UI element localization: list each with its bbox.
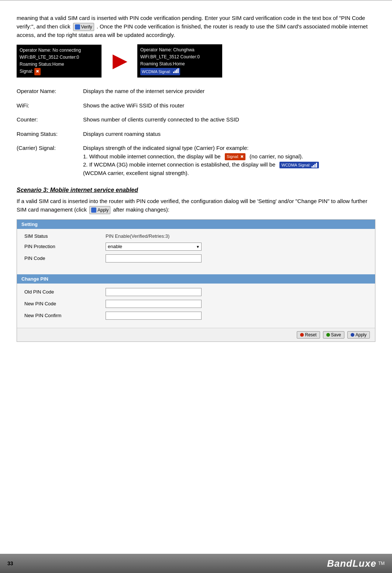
old-pin-label: Old PIN Code: [24, 289, 106, 295]
scenario3-text-part2: after making changes):: [113, 206, 169, 213]
pin-code-row: PIN Code: [24, 254, 368, 263]
save-icon: [326, 333, 330, 337]
status-after-wifi: WiFi:BR_LTE_3512 Counter:0: [140, 54, 219, 61]
def-term-signal: (Carrier) Signal:: [17, 141, 83, 180]
status-before-box: Operator Name: No connecting WiFi:BR_LTE…: [17, 45, 102, 78]
section-gap: [17, 271, 375, 274]
brand-tm: TM: [378, 561, 385, 566]
def-row-counter: Counter: Shows number of clients current…: [17, 113, 375, 127]
new-pin-row: New PIN Code: [24, 300, 368, 308]
setting-section-body: SIM Status PIN Enable(Verified/Retries:3…: [17, 229, 375, 271]
brand-logo: BandLuxe TM: [327, 558, 385, 569]
signal-bars: [173, 68, 179, 73]
reset-label: Reset: [305, 332, 316, 337]
new-pin-confirm-label: New PIN Confirm: [24, 313, 106, 318]
def-term-operator: Operator Name:: [17, 84, 83, 99]
pin-code-input[interactable]: [106, 254, 202, 263]
old-pin-row: Old PIN Code: [24, 288, 368, 296]
apply-icon: [91, 207, 96, 213]
sim-status-row: SIM Status PIN Enable(Verified/Retries:3…: [24, 233, 368, 239]
pin-protection-select[interactable]: enable disable: [106, 243, 202, 251]
save-label: Save: [331, 332, 341, 337]
status-before-operator: Operator Name: No connecting: [20, 47, 99, 54]
dialog-footer: Reset Save Apply: [17, 328, 375, 342]
verify-button-inline: Verify: [73, 23, 94, 31]
changepin-section-body: Old PIN Code New PIN Code New PIN Confir…: [17, 284, 375, 328]
status-before-wifi: WiFi:BR_LTE_3512 Counter:0: [20, 54, 99, 61]
def-row-operator: Operator Name: Displays the name of the …: [17, 84, 375, 99]
def-term-roaming: Roaming Status:: [17, 127, 83, 141]
verify-icon: [75, 24, 80, 30]
def-row-wifi: WiFi: Shows the active WiFi SSID of this…: [17, 99, 375, 113]
scenario3-text-part1: If a valid SIM card is inserted into the…: [17, 198, 367, 213]
signal-bars-example: [312, 163, 317, 168]
apply-label-inline: Apply: [97, 207, 109, 213]
setting-section-header: Setting: [17, 220, 375, 229]
status-comparison: Operator Name: No connecting WiFi:BR_LTE…: [17, 44, 375, 78]
apply-btn-icon: [351, 333, 354, 337]
new-pin-confirm-input[interactable]: [106, 312, 202, 320]
status-after-signal: WCDMA Signal:: [140, 68, 219, 76]
reset-icon: [300, 333, 304, 337]
pin-protection-select-wrapper[interactable]: enable disable: [106, 243, 202, 251]
def-desc-signal: Displays strength of the indicated signa…: [83, 141, 375, 180]
changepin-section-title: Change PIN: [21, 276, 48, 282]
signal-no-example: Signal: ✖: [225, 153, 245, 160]
apply-button[interactable]: Apply: [347, 331, 370, 339]
status-after-operator: Operator Name: Chunghwa: [140, 47, 219, 54]
scenario3-heading: Scenario 3: Mobile internet service enab…: [17, 187, 375, 193]
apply-button-inline: Apply: [89, 206, 110, 214]
def-desc-wifi: Shows the active WiFi SSID of this route…: [83, 99, 375, 113]
pin-protection-row: PIN Protection enable disable: [24, 243, 368, 251]
def-row-signal: (Carrier) Signal: Displays strength of t…: [17, 141, 375, 180]
signal-wcdma-example: WCDMA Signal:: [279, 162, 319, 169]
intro-paragraph: meaning that a valid SIM card is inserte…: [17, 14, 375, 39]
status-after-box: Operator Name: Chunghwa WiFi:BR_LTE_3512…: [137, 44, 222, 78]
status-after-roaming: Roaming Status:Home: [140, 61, 219, 68]
reset-button[interactable]: Reset: [297, 331, 320, 339]
bottom-bar: 33 BandLuxe TM: [0, 554, 392, 573]
old-pin-input[interactable]: [106, 288, 202, 296]
def-desc-counter: Shows number of clients currently connec…: [83, 113, 375, 127]
def-desc-operator: Displays the name of the internet servic…: [83, 84, 375, 99]
save-button[interactable]: Save: [323, 331, 344, 339]
status-before-roaming: Roaming Status:Home: [20, 61, 99, 68]
changepin-section-header: Change PIN: [17, 274, 375, 284]
page-number: 33: [7, 560, 13, 566]
signal-good-icon: WCDMA Signal:: [140, 68, 180, 76]
setting-section-title: Setting: [21, 222, 38, 227]
new-pin-label: New PIN Code: [24, 301, 106, 306]
pin-protection-label: PIN Protection: [24, 244, 106, 249]
signal-no-icon: ✖: [34, 68, 41, 75]
config-dialog: Setting SIM Status PIN Enable(Verified/R…: [17, 219, 375, 342]
apply-btn-label: Apply: [355, 332, 367, 337]
status-before-signal: Signal: ✖: [20, 68, 99, 75]
def-term-wifi: WiFi:: [17, 99, 83, 113]
sim-status-label: SIM Status: [24, 233, 106, 239]
arrow-right-icon: ▶: [113, 52, 126, 70]
def-term-counter: Counter:: [17, 113, 83, 127]
sim-status-value: PIN Enable(Verified/Retries:3): [106, 233, 169, 239]
definitions-table: Operator Name: Displays the name of the …: [17, 84, 375, 180]
def-desc-roaming: Displays current roaming status: [83, 127, 375, 141]
brand-name: BandLuxe: [327, 558, 376, 569]
new-pin-input[interactable]: [106, 300, 202, 308]
scenario3-text: If a valid SIM card is inserted into the…: [17, 197, 375, 214]
pin-code-label: PIN Code: [24, 255, 106, 261]
def-row-roaming: Roaming Status: Displays current roaming…: [17, 127, 375, 141]
new-pin-confirm-row: New PIN Confirm: [24, 312, 368, 320]
verify-label: Verify: [81, 24, 92, 30]
